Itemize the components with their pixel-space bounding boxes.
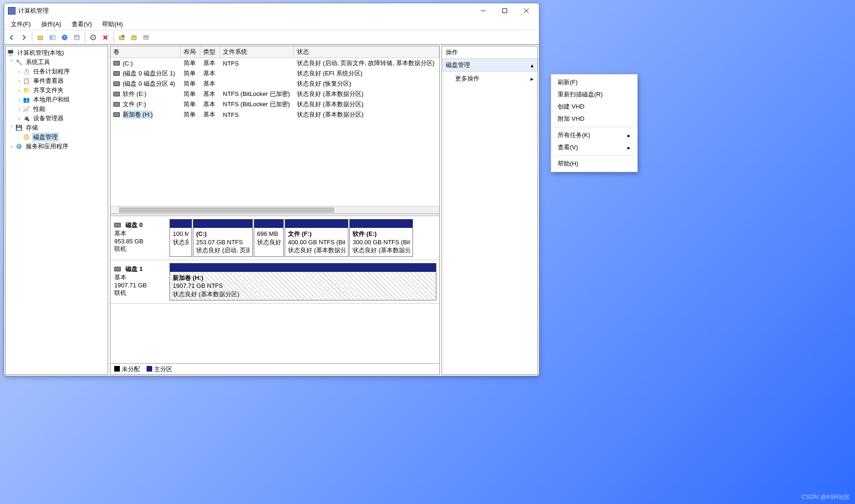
- actions-pane: 操作 磁盘管理 ▴ 更多操作 ▸: [442, 46, 538, 375]
- horizontal-scrollbar[interactable]: [111, 206, 439, 213]
- tree-node-icon: 🔌: [22, 115, 30, 122]
- maximize-button[interactable]: [494, 3, 516, 18]
- actions-header: 操作: [442, 46, 538, 59]
- expand-icon[interactable]: ›: [16, 106, 22, 112]
- col-volume[interactable]: 卷: [111, 46, 181, 58]
- partition[interactable]: (C:)253.07 GB NTFS状态良好 (启动, 页面文件): [193, 219, 253, 257]
- volume-icon: [113, 112, 120, 117]
- disk-info[interactable]: 磁盘 1基本1907.71 GB联机: [113, 263, 170, 301]
- new-partition-icon[interactable]: [116, 32, 127, 43]
- action1-icon[interactable]: [128, 32, 140, 43]
- svg-point-16: [122, 35, 125, 37]
- up-icon[interactable]: [35, 32, 46, 43]
- menu-file[interactable]: 文件(F): [7, 19, 35, 30]
- context-menu-item[interactable]: 刷新(F): [551, 76, 637, 88]
- volume-row[interactable]: (磁盘 0 磁盘分区 4)简单基本状态良好 (恢复分区): [111, 79, 439, 89]
- collapse-icon[interactable]: ˅: [8, 59, 15, 66]
- context-menu-item[interactable]: 重新扫描磁盘(R): [551, 88, 637, 101]
- help-icon[interactable]: ?: [59, 32, 70, 43]
- tree-item[interactable]: ›📋事件查看器: [7, 76, 107, 86]
- expand-icon[interactable]: ›: [16, 116, 22, 121]
- tree-root[interactable]: 🖥️ 计算机管理(本地): [7, 48, 107, 58]
- disk-graphical-view[interactable]: 磁盘 0基本953.85 GB联机100 M状态良好(C:)253.07 GB …: [111, 216, 439, 363]
- list-icon[interactable]: [140, 32, 152, 43]
- context-menu-item[interactable]: 附加 VHD: [551, 113, 637, 125]
- volume-row[interactable]: 文件 (F:)简单基本NTFS (BitLocker 已加密)状态良好 (基本数…: [111, 99, 439, 110]
- tree-node-icon: 📋: [22, 77, 30, 85]
- volume-row[interactable]: 新加卷 (H:)简单基本NTFS状态良好 (基本数据分区): [111, 110, 439, 120]
- volume-icon: [113, 61, 120, 66]
- minimize-button[interactable]: [472, 3, 494, 18]
- volume-row[interactable]: (C:)简单基本NTFS状态良好 (启动, 页面文件, 故障转储, 基本数据分区…: [111, 58, 439, 68]
- settings-icon[interactable]: [88, 32, 99, 43]
- disk-icon: [114, 267, 121, 271]
- delete-icon[interactable]: [100, 32, 111, 43]
- submenu-arrow-icon: ▸: [627, 132, 631, 139]
- tree-node-icon: 📈: [22, 105, 30, 113]
- scrollbar-thumb[interactable]: [119, 207, 334, 213]
- partitions-container: 100 M状态良好(C:)253.07 GB NTFS状态良好 (启动, 页面文…: [170, 219, 436, 257]
- disk-block: 磁盘 1基本1907.71 GB联机新加卷 (H:)1907.71 GB NTF…: [111, 260, 439, 304]
- menu-help[interactable]: 帮助(H): [98, 19, 126, 30]
- context-menu-item[interactable]: 查看(V)▸: [551, 141, 637, 153]
- tree-item[interactable]: ›⏱️任务计划程序: [7, 67, 107, 76]
- disk-mgmt-icon: 📀: [22, 133, 30, 141]
- col-layout[interactable]: 布局: [181, 46, 200, 58]
- partition[interactable]: 软件 (E:)300.00 GB NTFS (BitLocker 已加密)状态良…: [349, 219, 413, 257]
- disk-info[interactable]: 磁盘 0基本953.85 GB联机: [113, 219, 170, 257]
- expand-icon[interactable]: ›: [16, 97, 22, 102]
- expand-icon[interactable]: ›: [16, 78, 22, 84]
- back-icon[interactable]: [6, 32, 17, 43]
- show-hide-tree-icon[interactable]: [47, 32, 58, 43]
- close-button[interactable]: [516, 3, 537, 18]
- expand-icon[interactable]: ›: [16, 88, 22, 93]
- col-type[interactable]: 类型: [200, 46, 220, 58]
- tree-item[interactable]: ›📈性能: [7, 104, 107, 114]
- storage-icon: 💾: [15, 124, 22, 131]
- tree-disk-management[interactable]: 📀 磁盘管理: [7, 132, 107, 142]
- tree-storage[interactable]: ˅ 💾 存储: [7, 123, 107, 132]
- services-icon: ⚙️: [15, 143, 22, 150]
- partition[interactable]: 696 MB状态良好: [254, 219, 284, 257]
- partition[interactable]: 文件 (F:)400.00 GB NTFS (BitLocker 已加密)状态良…: [285, 219, 348, 257]
- volume-icon: [113, 102, 120, 107]
- tree-node-icon: 👥: [22, 96, 30, 103]
- volume-list-rows[interactable]: (C:)简单基本NTFS状态良好 (启动, 页面文件, 故障转储, 基本数据分区…: [111, 58, 439, 206]
- submenu-arrow-icon: ▸: [627, 144, 631, 151]
- volume-icon: [113, 81, 120, 86]
- context-menu-item[interactable]: 创建 VHD: [551, 101, 637, 113]
- tree-item[interactable]: ›📁共享文件夹: [7, 86, 107, 95]
- actions-section-disk-management[interactable]: 磁盘管理 ▴: [442, 59, 538, 72]
- partition[interactable]: 100 M状态良好: [170, 219, 192, 257]
- partition[interactable]: 新加卷 (H:)1907.71 GB NTFS状态良好 (基本数据分区): [170, 263, 436, 301]
- properties-icon[interactable]: [71, 32, 82, 43]
- volume-row[interactable]: 软件 (E:)简单基本NTFS (BitLocker 已加密)状态良好 (基本数…: [111, 89, 439, 99]
- col-fs[interactable]: 文件系统: [220, 46, 294, 58]
- forward-icon[interactable]: [18, 32, 29, 43]
- expand-icon[interactable]: ›: [8, 144, 15, 149]
- legend-primary: 主分区: [147, 365, 172, 373]
- col-status[interactable]: 状态: [294, 46, 439, 58]
- tree-item[interactable]: ›👥本地用户和组: [7, 95, 107, 104]
- tree-services[interactable]: › ⚙️ 服务和应用程序: [7, 142, 107, 151]
- partition-bar: [285, 219, 348, 228]
- collapse-icon[interactable]: ˅: [8, 125, 15, 131]
- menu-action[interactable]: 操作(A): [37, 19, 65, 30]
- volume-row[interactable]: (磁盘 0 磁盘分区 1)简单基本状态良好 (EFI 系统分区): [111, 68, 439, 79]
- svg-rect-9: [74, 35, 79, 40]
- context-menu-item[interactable]: 所有任务(K)▸: [551, 129, 637, 141]
- tree-item[interactable]: ›🔌设备管理器: [7, 114, 107, 123]
- window-buttons: [472, 3, 537, 18]
- tree-node-icon: 📁: [22, 87, 30, 94]
- actions-more[interactable]: 更多操作 ▸: [442, 72, 538, 86]
- navigation-tree[interactable]: 🖥️ 计算机管理(本地) ˅ 🔧 系统工具 ›⏱️任务计划程序›📋事件查看器›📁…: [5, 46, 108, 375]
- svg-rect-17: [132, 36, 136, 40]
- context-menu-item[interactable]: 帮助(H): [551, 158, 637, 170]
- computer-icon: 🖥️: [7, 49, 14, 57]
- partition-bar: [350, 219, 413, 228]
- center-pane: 卷 布局 类型 文件系统 状态 (C:)简单基本NTFS状态良好 (启动, 页面…: [110, 46, 440, 375]
- tree-system-tools[interactable]: ˅ 🔧 系统工具: [7, 58, 107, 67]
- expand-icon[interactable]: ›: [16, 69, 22, 74]
- menu-view[interactable]: 查看(V): [68, 19, 96, 30]
- svg-text:?: ?: [63, 35, 66, 40]
